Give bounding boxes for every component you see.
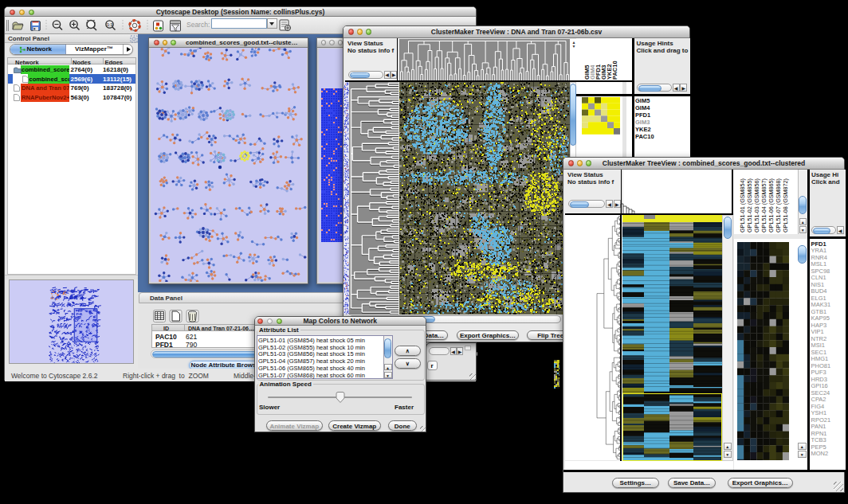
svg-text:1:1: 1:1: [107, 21, 112, 26]
